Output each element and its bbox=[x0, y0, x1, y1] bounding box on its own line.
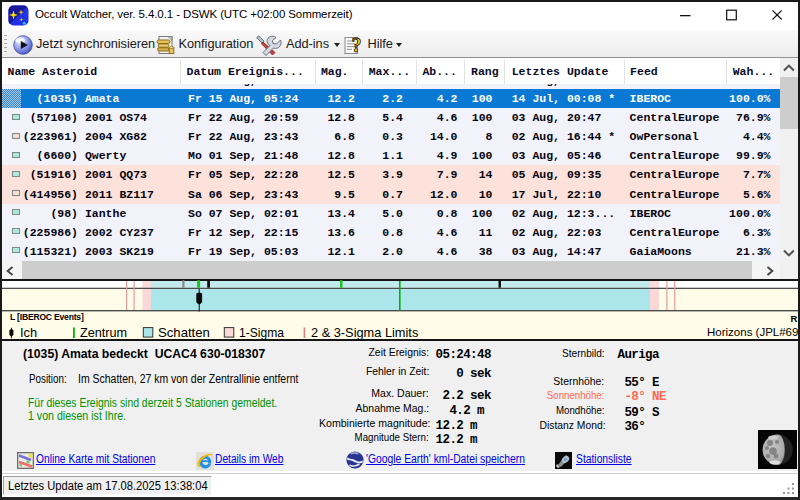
svg-text:?: ? bbox=[352, 35, 362, 56]
